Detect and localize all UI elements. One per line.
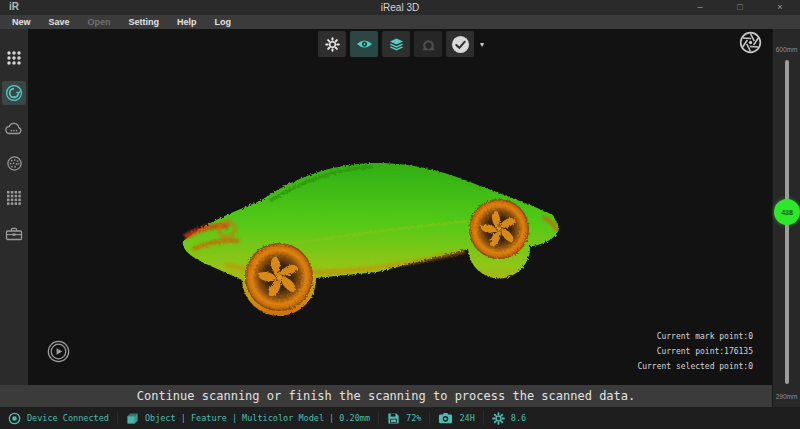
speed-value: 8.6 xyxy=(511,413,526,423)
storage-value: 72% xyxy=(406,413,421,423)
ireal3d-window: iR iReal 3D – □ × New Save Open Setting … xyxy=(0,0,800,429)
scan-viewport-3d[interactable]: ▾ xyxy=(28,29,772,385)
front-wheel xyxy=(245,243,313,311)
layers-icon[interactable] xyxy=(382,31,410,57)
cloud-icon[interactable] xyxy=(2,116,26,140)
window-title: iReal 3D xyxy=(0,2,800,13)
menubar: New Save Open Setting Help Log xyxy=(0,15,800,29)
message-bar: Continue scanning or finish the scanning… xyxy=(0,385,772,407)
slider-handle[interactable]: 438 xyxy=(774,199,800,225)
rear-wheel xyxy=(469,199,529,259)
minimize-button[interactable]: – xyxy=(694,0,706,15)
sidebar xyxy=(0,29,28,385)
window-controls: – □ × xyxy=(694,0,786,15)
matrix-grid-icon[interactable] xyxy=(2,186,26,210)
stat-selected-points: Current selected point:0 xyxy=(637,359,753,374)
menu-save[interactable]: Save xyxy=(40,15,79,29)
close-button[interactable]: × xyxy=(774,0,786,15)
device-status: Device Connected xyxy=(0,407,117,429)
camera-value: 24H xyxy=(459,413,474,423)
play-button[interactable] xyxy=(46,339,70,363)
scan-mode-status: Object | Feature | Multicolor Model | 0.… xyxy=(118,407,378,429)
camera-icon xyxy=(438,412,453,424)
storage-status: 72% xyxy=(379,407,429,429)
speed-status: 8.6 xyxy=(484,407,534,429)
scan-icon[interactable] xyxy=(2,81,26,105)
menu-setting[interactable]: Setting xyxy=(120,15,169,29)
eye-icon[interactable] xyxy=(350,31,378,57)
stat-current-points: Current point:176135 xyxy=(637,344,753,359)
menu-help[interactable]: Help xyxy=(168,15,206,29)
apps-grid-icon[interactable] xyxy=(2,46,26,70)
device-status-label: Device Connected xyxy=(27,413,109,423)
camera-status: 24H xyxy=(430,407,482,429)
statusbar: Device Connected Object | Feature | Mult… xyxy=(0,407,800,429)
scanned-car-pointcloud xyxy=(165,125,575,325)
menu-open: Open xyxy=(79,15,120,29)
hint-message: Continue scanning or finish the scanning… xyxy=(137,389,636,403)
scan-stats: Current mark point:0 Current point:17613… xyxy=(637,329,753,374)
object-cube-icon xyxy=(126,412,139,425)
gear-icon xyxy=(492,412,505,425)
chevron-down-icon[interactable]: ▾ xyxy=(480,40,484,49)
stat-mark-points: Current mark point:0 xyxy=(637,329,753,344)
aperture-icon[interactable] xyxy=(738,30,762,54)
slider-max-label: 600mm xyxy=(773,46,800,53)
mesh-sphere-icon[interactable] xyxy=(2,151,26,175)
view-toolbar: ▾ xyxy=(318,31,484,57)
person-icon[interactable] xyxy=(414,31,442,57)
toolbox-icon[interactable] xyxy=(2,221,26,245)
menu-new[interactable]: New xyxy=(3,15,40,29)
scan-mode-label: Object | Feature | Multicolor Model | 0.… xyxy=(145,413,370,423)
floppy-disk-icon xyxy=(387,412,400,425)
distance-slider: 600mm 438 290mm xyxy=(772,29,800,407)
gear-icon[interactable] xyxy=(318,31,346,57)
menu-log[interactable]: Log xyxy=(206,15,241,29)
titlebar: iR iReal 3D – □ × xyxy=(0,0,800,15)
maximize-button[interactable]: □ xyxy=(734,0,746,15)
slider-min-label: 290mm xyxy=(773,393,800,400)
check-circle-icon[interactable] xyxy=(446,31,474,57)
record-circle-icon xyxy=(8,412,21,425)
